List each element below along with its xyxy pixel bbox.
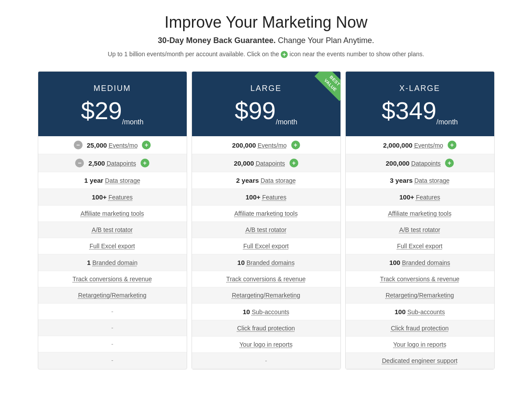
- plan-large-ab: A/B test rotator: [246, 226, 286, 233]
- plan-medium-name: MEDIUM: [47, 84, 178, 93]
- plan-large-fraud: Click fraud protection: [237, 325, 295, 332]
- plan-large-events-unit: Events/mo: [257, 142, 286, 149]
- plan-medium-engineer: -: [111, 357, 113, 364]
- datapoints-controls: − 2,500 Datapoints +: [45, 159, 180, 167]
- plan-xlarge-branded-count: 100: [389, 259, 400, 266]
- large-events-increase-button[interactable]: +: [291, 141, 300, 149]
- plan-xlarge-affiliate: Affiliate marketing tools: [388, 210, 451, 217]
- plan-medium-branded-count: 1: [87, 259, 90, 266]
- plan-medium-branded-label: Branded domain: [92, 259, 138, 266]
- plan-xlarge-ab-row: A/B test rotator: [346, 222, 494, 238]
- plan-large-features-row: 100+ Features: [192, 189, 340, 206]
- subtitle-normal: Change Your Plan Anytime.: [275, 36, 374, 45]
- plan-xlarge-price-amount: $349: [382, 97, 437, 124]
- plan-xlarge-branded-label: Branded domains: [402, 259, 450, 266]
- plan-medium-datapoints-unit: Datapoints: [107, 160, 136, 167]
- xlarge-events-increase-button[interactable]: +: [448, 141, 456, 149]
- plan-medium-features: 100+: [92, 193, 107, 201]
- plan-xlarge-subaccounts-row: 100 Sub-accounts: [346, 304, 494, 320]
- page-header: Improve Your Marketing Now 30-Day Money …: [9, 13, 523, 58]
- plan-medium-datapoints: 2,500: [88, 159, 105, 167]
- plus-icon: +: [281, 51, 288, 58]
- plan-medium-ab-row: A/B test rotator: [38, 222, 187, 238]
- plan-medium-body: − 25,000 Events/mo + − 2,500 Datapoints …: [38, 136, 187, 369]
- plan-large-conversions-row: Track conversions & revenue: [192, 271, 340, 287]
- plan-medium-storage: 1 year: [84, 177, 103, 184]
- plan-large-affiliate: Affiliate marketing tools: [234, 210, 297, 217]
- plan-xlarge-events: 2,000,000: [383, 141, 413, 149]
- plan-large-price-amount: $99: [235, 97, 275, 124]
- xlarge-events-controls: 2,000,000 Events/mo +: [353, 141, 487, 149]
- large-events-controls: 200,000 Events/mo +: [199, 141, 333, 149]
- plan-xlarge-features: 100+: [399, 193, 414, 201]
- plan-xlarge: X-LARGE $349/month 2,000,000 Events/mo +…: [345, 71, 495, 370]
- plan-medium-conversions: Track conversions & revenue: [72, 275, 152, 283]
- plan-large-body: 200,000 Events/mo + 20,000 Datapoints + …: [192, 136, 340, 369]
- events-decrease-button[interactable]: −: [74, 141, 83, 149]
- plan-xlarge-affiliate-row: Affiliate marketing tools: [346, 206, 494, 222]
- page-subtitle: 30-Day Money Back Guarantee. Change Your…: [9, 36, 523, 45]
- plan-medium-ab: A/B test rotator: [92, 226, 133, 233]
- plan-large-affiliate-row: Affiliate marketing tools: [192, 206, 340, 222]
- plan-xlarge-storage: 3 years: [390, 177, 413, 184]
- plan-xlarge-retargeting-row: Retargeting/Remarketing: [346, 287, 494, 304]
- plan-xlarge-engineer-row: Dedicated engineer support: [346, 353, 494, 369]
- xlarge-datapoints-controls: 200,000 Datapoints +: [353, 159, 487, 167]
- plan-xlarge-features-label: Features: [416, 194, 440, 201]
- large-datapoints-controls: 20,000 Datapoints +: [199, 159, 333, 167]
- plan-large-logo: Your logo in reports: [239, 341, 293, 348]
- large-datapoints-increase-button[interactable]: +: [290, 159, 298, 167]
- best-value-text: BESTVALUE: [314, 72, 340, 101]
- plan-large-subaccounts-count: 10: [242, 308, 250, 315]
- plan-medium-price-amount: $29: [81, 97, 122, 124]
- plan-medium-conversions-row: Track conversions & revenue: [38, 271, 187, 287]
- plan-large-datapoints-unit: Datapoints: [256, 160, 285, 167]
- plan-xlarge-fraud: Click fraud protection: [391, 325, 449, 332]
- events-increase-button[interactable]: +: [142, 141, 151, 149]
- plan-xlarge-fraud-row: Click fraud protection: [346, 320, 494, 337]
- plan-xlarge-logo-row: Your logo in reports: [346, 337, 494, 353]
- plan-xlarge-retargeting: Retargeting/Remarketing: [386, 292, 454, 299]
- plan-medium: MEDIUM $29/month − 25,000 Events/mo + − …: [38, 71, 187, 370]
- plan-large-conversions: Track conversions & revenue: [226, 275, 306, 283]
- plan-xlarge-datapoints: 200,000: [386, 159, 409, 167]
- plan-large-branded-count: 10: [237, 259, 245, 266]
- plan-large-header: BESTVALUE LARGE $99/month: [192, 72, 340, 136]
- plan-large-storage-row: 2 years Data storage: [192, 172, 340, 189]
- plan-xlarge-events-row: 2,000,000 Events/mo +: [346, 136, 494, 154]
- events-controls: − 25,000 Events/mo +: [45, 141, 180, 149]
- plan-large-engineer: -: [265, 357, 267, 364]
- plan-large-datapoints: 20,000: [234, 159, 254, 167]
- best-value-badge: BESTVALUE: [305, 72, 340, 107]
- datapoints-decrease-button[interactable]: −: [75, 159, 84, 167]
- plan-large-excel-row: Full Excel export: [192, 238, 340, 254]
- plan-medium-header: MEDIUM $29/month: [38, 72, 187, 136]
- plan-medium-subaccounts-row: -: [38, 304, 187, 320]
- plan-large-fraud-row: Click fraud protection: [192, 320, 340, 337]
- plan-medium-subaccounts: -: [111, 308, 113, 315]
- plan-xlarge-body: 2,000,000 Events/mo + 200,000 Datapoints…: [346, 136, 494, 369]
- plan-medium-affiliate: Affiliate marketing tools: [80, 210, 144, 217]
- plan-large-events: 200,000: [232, 141, 256, 149]
- plan-large-subaccounts-label: Sub-accounts: [252, 308, 290, 315]
- plan-medium-affiliate-row: Affiliate marketing tools: [38, 206, 187, 222]
- plan-medium-fraud-row: -: [38, 320, 187, 336]
- plan-xlarge-branded-row: 100 Branded domains: [346, 254, 494, 271]
- plan-xlarge-name: X-LARGE: [355, 84, 485, 93]
- plan-xlarge-features-row: 100+ Features: [346, 189, 494, 206]
- page-title: Improve Your Marketing Now: [9, 13, 523, 32]
- plan-medium-retargeting: Retargeting/Remarketing: [78, 292, 147, 299]
- plan-medium-logo: -: [111, 341, 113, 348]
- datapoints-increase-button[interactable]: +: [141, 159, 149, 167]
- plan-xlarge-header: X-LARGE $349/month: [346, 72, 494, 136]
- plan-medium-price: $29/month: [47, 98, 178, 126]
- plans-container: MEDIUM $29/month − 25,000 Events/mo + − …: [25, 71, 508, 370]
- plan-medium-features-label: Features: [109, 194, 133, 201]
- xlarge-datapoints-increase-button[interactable]: +: [445, 159, 454, 167]
- plan-large-subaccounts-row: 10 Sub-accounts: [192, 304, 340, 320]
- plan-xlarge-conversions-row: Track conversions & revenue: [346, 271, 494, 287]
- plan-xlarge-engineer: Dedicated engineer support: [382, 357, 457, 364]
- plan-large-branded-row: 10 Branded domains: [192, 254, 340, 271]
- note-before: Up to 1 billion events/month per account…: [108, 51, 279, 58]
- plan-medium-storage-unit: Data storage: [105, 177, 140, 184]
